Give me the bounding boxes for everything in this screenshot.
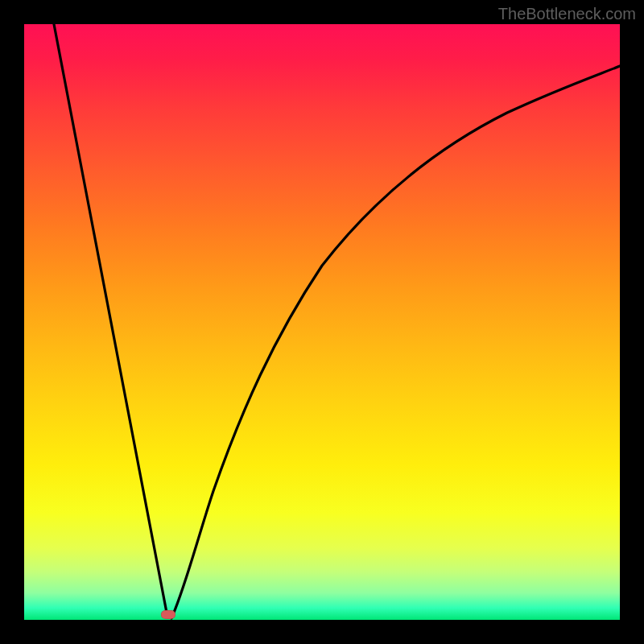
bottleneck-curve (24, 24, 620, 620)
plot-area (24, 24, 620, 620)
chart-frame: TheBottleneck.com (0, 0, 644, 644)
minimum-marker (161, 610, 175, 619)
watermark-text: TheBottleneck.com (498, 5, 636, 23)
curve-path (54, 24, 620, 618)
